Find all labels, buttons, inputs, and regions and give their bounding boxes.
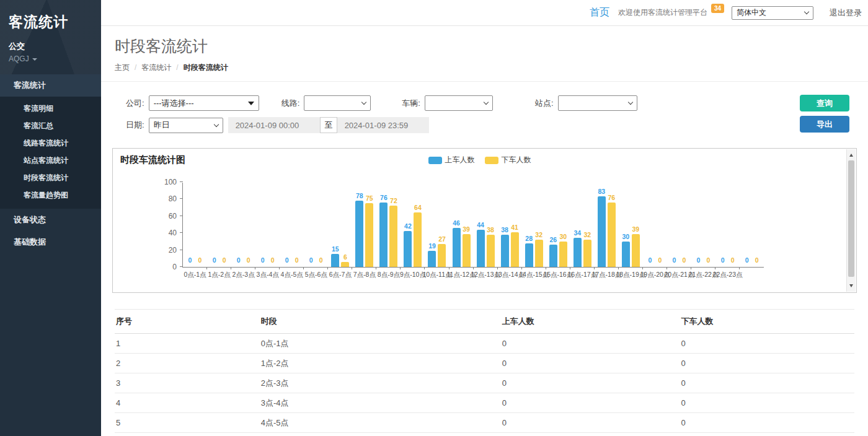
- chart-vertical-scrollbar[interactable]: [846, 149, 856, 292]
- y-axis-label: 60: [169, 212, 177, 220]
- bar-下车人数: [389, 206, 397, 267]
- sidebar-menu: 客流统计客流明细客流汇总线路客流统计站点客流统计时段客流统计客流量趋势图设备状态…: [0, 74, 101, 253]
- bar-column: 19: [428, 242, 436, 267]
- y-axis-tick: [180, 181, 183, 182]
- company-select[interactable]: ---请选择---: [149, 95, 259, 111]
- scroll-down-icon[interactable]: [847, 281, 856, 290]
- dropdown-arrow-icon: [248, 102, 254, 105]
- notification-badge[interactable]: 34: [711, 4, 724, 13]
- legend-item-下车人数[interactable]: 下车人数: [485, 155, 531, 165]
- sidebar-subitem-客流明细[interactable]: 客流明细: [0, 100, 101, 117]
- legend-swatch-icon: [485, 157, 498, 164]
- bar-column: 28: [525, 235, 533, 267]
- chart-plot: 020406080100000点-1点001点-2点002点-3点003点-4点…: [182, 183, 764, 268]
- date-preset-select[interactable]: 昨日: [149, 118, 223, 133]
- bar-上车人数: [428, 251, 436, 267]
- caret-down-icon: [32, 58, 37, 61]
- export-button[interactable]: 导出: [800, 116, 849, 133]
- y-axis-label: 0: [172, 263, 177, 271]
- bar-value-label: 27: [438, 235, 446, 243]
- bar-value-label: 30: [622, 233, 630, 240]
- date-to-input[interactable]: 2024-01-09 23:59: [337, 117, 429, 133]
- x-axis-tick: [303, 267, 304, 269]
- chart-category-group: 303918点-19点: [619, 183, 643, 267]
- bar-column: 0: [753, 256, 761, 267]
- legend-item-上车人数[interactable]: 上车人数: [428, 155, 475, 165]
- breadcrumb-home[interactable]: 主页: [115, 63, 130, 72]
- x-axis-tick: [231, 267, 231, 269]
- bar-column: 0: [210, 256, 218, 267]
- sidebar-subitem-客流量趋势图[interactable]: 客流量趋势图: [0, 186, 101, 204]
- bar-上车人数: [622, 242, 630, 267]
- bar-column: 41: [511, 224, 519, 267]
- x-axis-tick: [424, 267, 425, 269]
- table-row: 54点-5点00: [115, 413, 854, 433]
- table-cell: 2: [115, 354, 260, 373]
- x-axis-label: 6点-7点: [329, 271, 352, 279]
- bar-column: 46: [453, 219, 461, 267]
- app-title: 客流统计: [9, 12, 92, 32]
- bar-下车人数: [365, 203, 373, 267]
- bar-value-label: 76: [608, 194, 615, 201]
- home-link[interactable]: 首页: [590, 6, 609, 19]
- sidebar-subitem-客流汇总[interactable]: 客流汇总: [0, 117, 101, 134]
- x-axis-tick: [497, 267, 498, 269]
- sidebar-item-设备状态[interactable]: 设备状态: [0, 209, 101, 231]
- query-button[interactable]: 查询: [800, 95, 849, 111]
- company-label: 公司:: [126, 98, 144, 109]
- table-cell: 4点-5点: [260, 413, 501, 433]
- bar-column: 0: [293, 256, 301, 267]
- bar-下车人数: [583, 240, 591, 267]
- table-row: 21点-2点00: [115, 354, 854, 373]
- content-header: 时段客流统计 主页/客流统计/时段客流统计: [101, 26, 868, 82]
- bar-value-label: 38: [487, 226, 494, 233]
- bar-column: 26: [549, 236, 557, 267]
- bar-column: 32: [583, 231, 591, 267]
- bar-value-label: 30: [559, 233, 567, 240]
- logout-link[interactable]: 退出登录: [830, 7, 862, 19]
- chart-category-group: 0019点-20点: [643, 183, 667, 267]
- sidebar-item-基础数据[interactable]: 基础数据: [0, 231, 101, 253]
- table-cell: 0: [501, 433, 680, 436]
- bar-上车人数: [355, 201, 363, 267]
- bar-value-label: 0: [648, 256, 652, 264]
- table-cell: 0: [680, 354, 854, 373]
- sidebar: 客流统计 公交 AQGJ 客流统计客流明细客流汇总线路客流统计站点客流统计时段客…: [0, 0, 101, 436]
- station-select[interactable]: [558, 95, 637, 111]
- language-select-value: 简体中文: [737, 7, 766, 18]
- chevron-down-icon: [627, 100, 632, 105]
- chart-category-group: 004点-5点: [280, 183, 304, 267]
- scroll-up-icon[interactable]: [847, 150, 856, 160]
- bar-column: 30: [559, 233, 567, 267]
- chart-category-group: 443812点-13点: [474, 183, 498, 267]
- sidebar-item-客流统计[interactable]: 客流统计: [0, 74, 101, 97]
- bar-value-label: 0: [721, 256, 725, 264]
- table-cell: 5: [115, 413, 260, 433]
- bar-value-label: 19: [428, 242, 436, 250]
- line-select[interactable]: [304, 95, 371, 111]
- sidebar-subitem-站点客流统计[interactable]: 站点客流统计: [0, 152, 101, 169]
- filter-panel: 公司: ---请选择--- 线路: 车辆: 站点:: [112, 88, 857, 141]
- table-cell: 1: [115, 334, 260, 354]
- org-switcher[interactable]: AQGJ: [9, 54, 92, 63]
- date-label: 日期:: [126, 120, 144, 131]
- bar-column: 0: [719, 256, 727, 267]
- chevron-down-icon: [361, 100, 366, 105]
- bar-column: 0: [656, 256, 664, 267]
- x-axis-label: 22点-23点: [713, 271, 743, 279]
- sidebar-subitem-线路客流统计[interactable]: 线路客流统计: [0, 134, 101, 152]
- vehicle-select[interactable]: [425, 95, 493, 111]
- breadcrumb: 主页/客流统计/时段客流统计: [115, 63, 854, 73]
- bar-value-label: 0: [755, 256, 759, 264]
- sidebar-subitem-时段客流统计[interactable]: 时段客流统计: [0, 169, 101, 186]
- x-axis-tick: [666, 267, 667, 269]
- bar-value-label: 0: [697, 256, 701, 264]
- scrollbar-thumb[interactable]: [848, 160, 854, 277]
- bar-column: 15: [331, 245, 339, 267]
- date-from-input[interactable]: 2024-01-09 00:00: [228, 117, 320, 133]
- x-axis-label: 3点-4点: [257, 271, 279, 279]
- bar-上车人数: [574, 238, 582, 267]
- language-select[interactable]: 简体中文: [732, 6, 813, 20]
- bar-column: 0: [307, 256, 315, 267]
- breadcrumb-parent[interactable]: 客流统计: [141, 63, 171, 72]
